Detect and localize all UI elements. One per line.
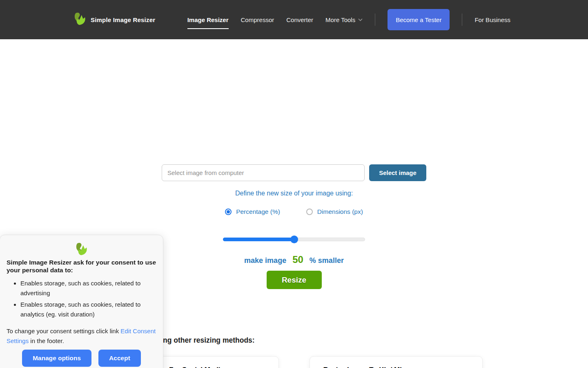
become-tester-button[interactable]: Become a Tester: [388, 9, 450, 30]
consent-bullet: Enables storage, such as cookies, relate…: [20, 300, 156, 319]
nav-image-resizer[interactable]: Image Resizer: [187, 16, 229, 23]
file-select-row: Select image: [162, 164, 426, 181]
nav-for-business[interactable]: For Business: [474, 16, 510, 23]
brand[interactable]: Simple Image Resizer: [74, 12, 155, 27]
divider: [462, 13, 462, 26]
consent-purpose-list: Enables storage, such as cookies, relate…: [7, 278, 156, 319]
radio-dimensions[interactable]: Dimensions (px): [306, 208, 363, 215]
cookie-consent-dialog: Simple Image Resizer ask for your consen…: [0, 235, 163, 368]
card-title: Resize Image To Kb / Mb: [323, 366, 469, 368]
radio-selected-icon: [225, 209, 232, 215]
consent-heading: Simple Image Resizer ask for your consen…: [7, 258, 156, 274]
radio-percentage[interactable]: Percentage (%): [225, 208, 280, 215]
consent-note-text: in the footer.: [29, 337, 64, 344]
chevron-down-icon: [358, 18, 363, 21]
nav-more-tools[interactable]: More Tools: [325, 16, 363, 23]
nav-compressor[interactable]: Compressor: [241, 16, 274, 23]
resize-slider[interactable]: [223, 236, 365, 243]
resize-button[interactable]: Resize: [267, 271, 322, 289]
consent-bullet: Enables storage, such as cookies, relate…: [20, 278, 156, 298]
smaller-label: % smaller: [310, 256, 344, 265]
resize-mode-radios: Percentage (%) Dimensions (px): [162, 208, 426, 215]
consent-logo-icon: [7, 242, 156, 256]
file-path-input[interactable]: [162, 164, 365, 181]
header: Simple Image Resizer Image Resizer Compr…: [0, 0, 588, 39]
slider-thumb[interactable]: [290, 236, 298, 243]
resizer-tool: Select image Define the new size of your…: [162, 164, 426, 289]
consent-note: To change your consent settings click li…: [7, 326, 156, 346]
divider: [375, 13, 375, 26]
manage-options-button[interactable]: Manage options: [22, 350, 91, 367]
radio-percentage-label: Percentage (%): [236, 208, 280, 215]
define-size-label: Define the new size of your image using:: [162, 190, 426, 197]
brand-title: Simple Image Resizer: [91, 16, 155, 23]
nav-more-tools-label: More Tools: [325, 16, 355, 23]
slider-fill: [223, 238, 294, 241]
make-image-label: make image: [244, 256, 286, 265]
radio-unselected-icon: [306, 209, 313, 215]
consent-buttons: Manage options Accept: [7, 350, 156, 367]
resize-percent-value: 50: [292, 254, 303, 265]
accept-button[interactable]: Accept: [98, 350, 141, 367]
resize-amount-row: make image 50 % smaller: [162, 254, 426, 265]
main-nav: Image Resizer Compressor Converter More …: [187, 9, 510, 30]
card-kb-mb[interactable]: Resize Image To Kb / Mb: [310, 356, 483, 368]
nav-converter[interactable]: Converter: [286, 16, 313, 23]
consent-note-text: To change your consent settings click li…: [7, 328, 120, 334]
radio-dimensions-label: Dimensions (px): [317, 208, 363, 215]
logo-icon: [74, 12, 86, 27]
select-image-button[interactable]: Select image: [369, 164, 426, 181]
